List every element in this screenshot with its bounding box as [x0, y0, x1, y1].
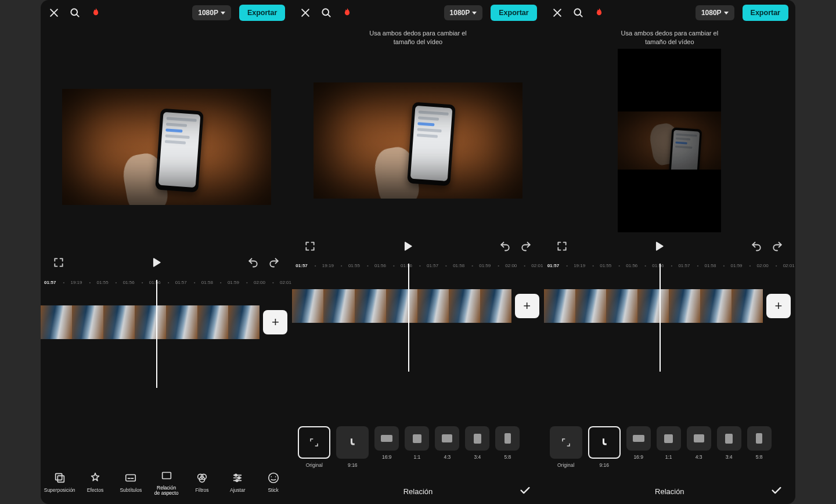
redo-button[interactable] [266, 255, 282, 270]
add-clip-button[interactable]: + [766, 294, 791, 318]
ratio-4-3[interactable]: 4:3 [435, 426, 459, 460]
resolution-dropdown[interactable]: 1080P [444, 5, 483, 20]
play-button[interactable] [651, 239, 666, 254]
clip-frame[interactable] [575, 289, 607, 323]
redo-button[interactable] [770, 239, 785, 254]
preview-area[interactable] [292, 49, 543, 232]
clip-frame[interactable] [700, 289, 732, 323]
ratio-5-8[interactable]: 5:8 [495, 426, 520, 460]
transport-bar [544, 232, 795, 260]
time-ruler[interactable]: 01:5719:19 01:5501:5601:5601:5701:5801:5… [544, 260, 795, 272]
clip-frame[interactable] [103, 305, 135, 339]
confirm-button[interactable] [518, 484, 531, 499]
ratio-original[interactable]: Original [298, 426, 330, 468]
panel-ratio-original: 1080P Exportar Usa ambos dedos para camb… [292, 0, 543, 504]
export-button[interactable]: Exportar [239, 5, 285, 21]
ratio-5-8[interactable]: 5:8 [747, 426, 772, 460]
add-clip-button[interactable]: + [263, 310, 287, 334]
playhead[interactable] [408, 264, 409, 372]
top-bar: 1080P Exportar [544, 0, 795, 26]
undo-button[interactable] [246, 255, 261, 270]
timeline-track[interactable]: + [41, 300, 292, 345]
clip-frame[interactable] [480, 289, 511, 323]
search-icon[interactable] [320, 6, 333, 19]
clip-frame[interactable] [72, 305, 103, 339]
panel-ratio-916: 1080P Exportar Usa ambos dedos para camb… [544, 0, 795, 504]
timeline-track[interactable]: + [292, 283, 543, 329]
clip-frame[interactable] [166, 305, 197, 339]
timeline-track[interactable]: + [544, 283, 795, 329]
close-icon[interactable] [48, 6, 60, 19]
svg-rect-4 [162, 472, 171, 478]
clip-frame[interactable] [386, 289, 417, 323]
play-button[interactable] [149, 255, 164, 270]
preview-area[interactable] [41, 45, 292, 249]
clip-frame[interactable] [355, 289, 386, 323]
tool-subtitles[interactable]: Subtítulos [114, 471, 147, 493]
clip-frame[interactable] [323, 289, 355, 323]
tool-sticker[interactable]: Stick [257, 471, 290, 493]
clip-frame[interactable] [637, 289, 669, 323]
flame-icon[interactable] [89, 6, 102, 19]
flame-icon[interactable] [341, 6, 354, 19]
transport-bar [41, 249, 292, 276]
clip-frame[interactable] [606, 289, 637, 323]
ratio-1-1[interactable]: 1:1 [657, 426, 681, 460]
ratio-picker: Original 9:16 16:9 1:1 4:3 3:4 5:8 [544, 423, 795, 478]
undo-button[interactable] [749, 239, 764, 254]
resolution-dropdown[interactable]: 1080P [192, 5, 231, 20]
close-icon[interactable] [551, 6, 564, 19]
ratio-3-4[interactable]: 3:4 [465, 426, 489, 460]
tool-adjust[interactable]: Ajustar [221, 471, 254, 493]
clip-frame[interactable] [732, 289, 763, 323]
fullscreen-button[interactable] [554, 239, 570, 254]
time-ruler[interactable]: 01:5719:19 01:5501:5601:5601:5701:5801:5… [292, 260, 543, 272]
search-icon[interactable] [69, 6, 81, 19]
clip-strip[interactable] [544, 289, 763, 323]
undo-button[interactable] [498, 239, 513, 254]
bottom-toolbar: Superposición Efectos Subtítulos Relació… [41, 460, 292, 504]
close-icon[interactable] [299, 6, 312, 19]
fullscreen-button[interactable] [51, 255, 66, 270]
playhead[interactable] [156, 280, 157, 388]
clip-strip[interactable] [41, 305, 260, 339]
clip-frame[interactable] [135, 305, 166, 339]
tool-filters[interactable]: Filtros [185, 471, 218, 493]
clip-frame[interactable] [41, 305, 72, 339]
video-canvas [62, 89, 271, 205]
ratio-16-9[interactable]: 16:9 [626, 426, 651, 460]
redo-button[interactable] [518, 239, 534, 254]
ratio-4-3[interactable]: 4:3 [687, 426, 711, 460]
clip-frame[interactable] [449, 289, 480, 323]
export-button[interactable]: Exportar [743, 5, 788, 21]
preview-area[interactable] [544, 49, 795, 232]
tool-aspect-ratio[interactable]: Relación de aspecto [150, 469, 183, 496]
ratio-original[interactable]: Original [550, 426, 582, 468]
export-button[interactable]: Exportar [491, 5, 536, 21]
svg-point-11 [268, 473, 278, 483]
resolution-dropdown[interactable]: 1080P [696, 5, 734, 20]
add-clip-button[interactable]: + [515, 294, 539, 318]
clip-frame[interactable] [228, 305, 260, 339]
search-icon[interactable] [572, 6, 585, 19]
tool-effects[interactable]: Efectos [78, 471, 111, 493]
play-button[interactable] [400, 239, 415, 254]
time-ruler[interactable]: 01:5719:19 01:5501:5601:5601:5701:5801:5… [41, 276, 292, 288]
confirm-button[interactable] [770, 484, 783, 499]
ratio-16-9[interactable]: 16:9 [374, 426, 399, 460]
clip-frame[interactable] [417, 289, 449, 323]
ratio-9-16[interactable]: 9:16 [336, 426, 369, 468]
clip-strip[interactable] [292, 289, 511, 323]
tool-overlay[interactable]: Superposición [43, 471, 76, 493]
clip-frame[interactable] [292, 289, 323, 323]
playhead[interactable] [660, 264, 661, 372]
flame-icon[interactable] [593, 6, 606, 19]
fullscreen-button[interactable] [302, 239, 318, 254]
clip-frame[interactable] [544, 289, 575, 323]
clip-frame[interactable] [197, 305, 229, 339]
ratio-3-4[interactable]: 3:4 [717, 426, 741, 460]
clip-frame[interactable] [669, 289, 700, 323]
ratio-1-1[interactable]: 1:1 [405, 426, 429, 460]
ratio-9-16[interactable]: 9:16 [588, 426, 621, 468]
ratio-confirm-bar: Relación [292, 478, 543, 504]
